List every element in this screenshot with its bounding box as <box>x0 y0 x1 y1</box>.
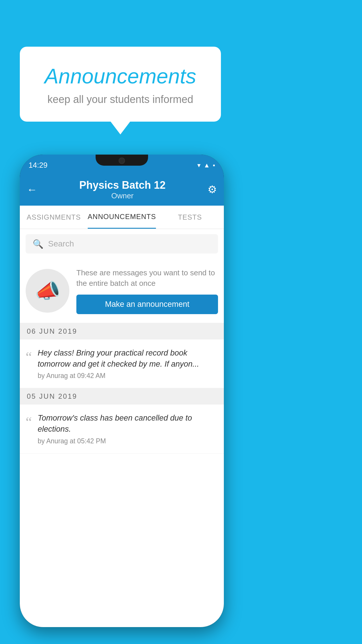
app-bar-subtitle: Owner <box>37 191 208 200</box>
status-time: 14:29 <box>29 161 48 170</box>
speech-bubble: Announcements keep all your students inf… <box>20 47 221 122</box>
search-placeholder: Search <box>48 239 74 249</box>
announcement-item-1[interactable]: “ Tomorrow's class has been cancelled du… <box>20 405 224 454</box>
phone-mockup: 14:29 ▾ ▲ ▪ ← Physics Batch 12 Owner ⚙ A… <box>20 155 224 627</box>
app-bar-center: Physics Batch 12 Owner <box>37 179 208 200</box>
date-separator-0: 06 JUN 2019 <box>20 323 224 340</box>
announcement-text-1: Tomorrow's class has been cancelled due … <box>38 413 218 435</box>
tab-bar: ASSIGNMENTS ANNOUNCEMENTS TESTS <box>20 206 224 229</box>
announcement-content-1: Tomorrow's class has been cancelled due … <box>38 413 218 445</box>
speech-bubble-section: Announcements keep all your students inf… <box>20 47 221 122</box>
app-bar: ← Physics Batch 12 Owner ⚙ <box>20 174 224 206</box>
announcement-meta-1: by Anurag at 05:42 PM <box>38 437 218 445</box>
phone-camera <box>119 158 125 164</box>
signal-icon: ▲ <box>203 162 210 169</box>
tab-announcements[interactable]: ANNOUNCEMENTS <box>88 206 156 229</box>
status-icons: ▾ ▲ ▪ <box>197 162 215 169</box>
tab-tests[interactable]: TESTS <box>156 206 224 229</box>
announcement-text-0: Hey class! Bring your practical record b… <box>38 348 218 370</box>
app-bar-title: Physics Batch 12 <box>37 179 208 191</box>
empty-state-description: These are messages you want to send to t… <box>76 267 218 289</box>
announcement-meta-0: by Anurag at 09:42 AM <box>38 372 218 380</box>
empty-state-right: These are messages you want to send to t… <box>76 267 218 314</box>
phone-frame: 14:29 ▾ ▲ ▪ ← Physics Batch 12 Owner ⚙ A… <box>20 155 224 627</box>
search-input[interactable]: 🔍 Search <box>26 234 218 253</box>
empty-icon-circle: 📣 <box>26 269 69 313</box>
quote-icon-1: “ <box>26 414 32 430</box>
phone-notch <box>96 155 148 166</box>
wifi-icon: ▾ <box>197 162 201 169</box>
make-announcement-button[interactable]: Make an announcement <box>76 295 218 314</box>
date-separator-1: 05 JUN 2019 <box>20 388 224 405</box>
screen-content: 🔍 Search 📣 These are messages you want t… <box>20 229 224 627</box>
search-bar: 🔍 Search <box>20 229 224 259</box>
search-icon: 🔍 <box>33 239 43 249</box>
megaphone-icon: 📣 <box>35 279 60 303</box>
battery-icon: ▪ <box>213 162 215 169</box>
tab-assignments[interactable]: ASSIGNMENTS <box>20 206 88 229</box>
announcement-item-0[interactable]: “ Hey class! Bring your practical record… <box>20 340 224 388</box>
settings-icon[interactable]: ⚙ <box>208 183 217 196</box>
back-button[interactable]: ← <box>27 183 37 196</box>
empty-state: 📣 These are messages you want to send to… <box>20 259 224 323</box>
speech-bubble-subtitle: keep all your students informed <box>34 93 206 106</box>
speech-bubble-title: Announcements <box>34 64 206 88</box>
announcement-content-0: Hey class! Bring your practical record b… <box>38 348 218 380</box>
quote-icon-0: “ <box>26 349 32 365</box>
